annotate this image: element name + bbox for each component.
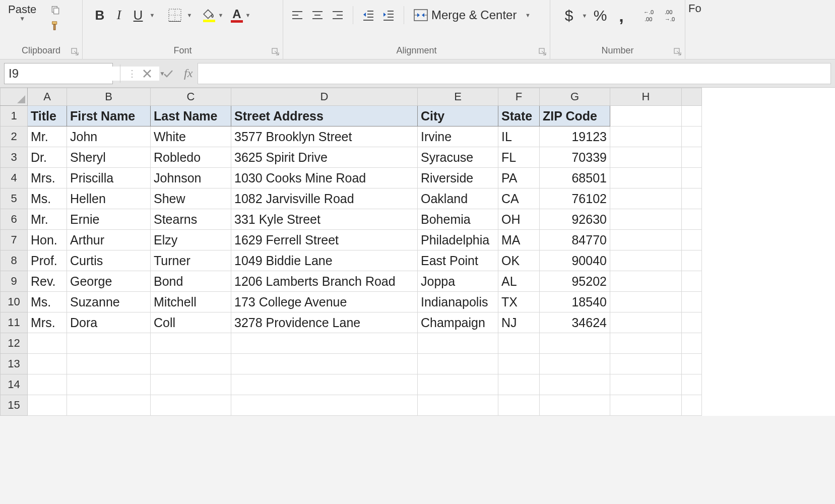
cell[interactable]: 84770	[540, 230, 610, 250]
cell[interactable]: CA	[498, 188, 540, 209]
cell[interactable]: NJ	[498, 312, 540, 333]
table-header-cell[interactable]: Title	[28, 106, 67, 127]
cell[interactable]: Philadelphia	[418, 230, 498, 250]
cell[interactable]	[540, 374, 610, 395]
row-header-12[interactable]: 12	[1, 333, 28, 354]
cell[interactable]	[28, 333, 67, 354]
cell[interactable]	[67, 333, 151, 354]
chevron-down-icon[interactable]: ▼	[19, 15, 25, 22]
formula-input[interactable]	[198, 63, 831, 84]
fill-color-button[interactable]	[203, 9, 216, 22]
cell[interactable]: Dr.	[28, 147, 67, 168]
cell[interactable]: OH	[498, 209, 540, 230]
cell-edge[interactable]	[682, 106, 702, 127]
cell[interactable]	[151, 395, 231, 416]
col-header-B[interactable]: B	[67, 88, 151, 106]
cell[interactable]: 1082 Jarvisville Road	[231, 188, 418, 209]
cell[interactable]: 3625 Spirit Drive	[231, 147, 418, 168]
cell[interactable]: Elzy	[151, 230, 231, 250]
row-header-3[interactable]: 3	[1, 147, 28, 168]
cell[interactable]: Syracuse	[418, 147, 498, 168]
cell[interactable]	[610, 168, 682, 188]
cell[interactable]	[498, 395, 540, 416]
cell[interactable]: 3278 Providence Lane	[231, 312, 418, 333]
cell[interactable]	[231, 395, 418, 416]
cell-edge[interactable]	[682, 230, 702, 250]
cell[interactable]	[610, 127, 682, 147]
table-header-cell[interactable]: Last Name	[151, 106, 231, 127]
cell[interactable]: Ms.	[28, 188, 67, 209]
cell[interactable]	[610, 333, 682, 354]
cell[interactable]	[540, 395, 610, 416]
col-header-edge[interactable]	[682, 88, 702, 106]
cell[interactable]: East Point	[418, 250, 498, 271]
cell[interactable]: Sheryl	[67, 147, 151, 168]
increase-indent-button[interactable]	[378, 5, 399, 25]
cell-edge[interactable]	[682, 127, 702, 147]
cell[interactable]: Indianapolis	[418, 292, 498, 312]
cell[interactable]	[28, 374, 67, 395]
cell[interactable]: Rev.	[28, 271, 67, 292]
cell[interactable]: Robledo	[151, 147, 231, 168]
align-right-button[interactable]	[328, 5, 348, 25]
cell[interactable]	[610, 250, 682, 271]
col-header-D[interactable]: D	[231, 88, 418, 106]
row-header-9[interactable]: 9	[1, 271, 28, 292]
percent-button[interactable]: %	[591, 5, 610, 26]
cell[interactable]: 1629 Ferrell Street	[231, 230, 418, 250]
select-all-corner[interactable]	[1, 88, 28, 106]
italic-button[interactable]: I	[110, 5, 128, 25]
cell[interactable]: Stearns	[151, 209, 231, 230]
row-header-13[interactable]: 13	[1, 354, 28, 374]
cell-edge[interactable]	[682, 168, 702, 188]
cell[interactable]: Hon.	[28, 230, 67, 250]
cell[interactable]: Joppa	[418, 271, 498, 292]
row-header-10[interactable]: 10	[1, 292, 28, 312]
cell-edge[interactable]	[682, 147, 702, 168]
font-color-dropdown[interactable]: ▼	[244, 12, 252, 18]
cell[interactable]: George	[67, 271, 151, 292]
cell[interactable]	[498, 354, 540, 374]
col-header-G[interactable]: G	[540, 88, 610, 106]
fx-button[interactable]: fx	[184, 67, 192, 80]
cell[interactable]: 1030 Cooks Mine Road	[231, 168, 418, 188]
cell[interactable]	[418, 354, 498, 374]
row-header-7[interactable]: 7	[1, 230, 28, 250]
cell-edge[interactable]	[682, 333, 702, 354]
table-header-cell[interactable]: City	[418, 106, 498, 127]
cell[interactable]	[418, 395, 498, 416]
alignment-dialog-launcher[interactable]	[539, 48, 547, 56]
merge-dropdown[interactable]: ▼	[524, 12, 532, 18]
cell[interactable]: FL	[498, 147, 540, 168]
cell[interactable]	[610, 292, 682, 312]
cell[interactable]	[28, 354, 67, 374]
paste-button[interactable]: Paste ▼	[4, 2, 40, 23]
row-header-2[interactable]: 2	[1, 127, 28, 147]
bold-button[interactable]: B	[91, 5, 109, 25]
cell[interactable]: Mrs.	[28, 168, 67, 188]
cell[interactable]	[610, 230, 682, 250]
cell[interactable]	[418, 374, 498, 395]
col-header-H[interactable]: H	[610, 88, 682, 106]
cell[interactable]: Dora	[67, 312, 151, 333]
cell[interactable]: 76102	[540, 188, 610, 209]
cell[interactable]	[231, 333, 418, 354]
cell[interactable]: MA	[498, 230, 540, 250]
confirm-formula-button[interactable]	[158, 63, 179, 84]
cell[interactable]: AL	[498, 271, 540, 292]
cell-edge[interactable]	[682, 188, 702, 209]
cell[interactable]	[151, 333, 231, 354]
borders-dropdown[interactable]: ▼	[185, 12, 194, 18]
row-header-5[interactable]: 5	[1, 188, 28, 209]
cell[interactable]	[67, 395, 151, 416]
cancel-formula-button[interactable]	[137, 63, 158, 84]
number-dialog-launcher[interactable]	[674, 48, 682, 56]
cell[interactable]: Irvine	[418, 127, 498, 147]
cell[interactable]	[231, 354, 418, 374]
row-header-11[interactable]: 11	[1, 312, 28, 333]
cell[interactable]	[28, 395, 67, 416]
cell[interactable]: Mitchell	[151, 292, 231, 312]
format-painter-icon[interactable]	[47, 19, 63, 32]
clipboard-dialog-launcher[interactable]	[71, 48, 79, 56]
cell[interactable]: 1206 Lamberts Branch Road	[231, 271, 418, 292]
